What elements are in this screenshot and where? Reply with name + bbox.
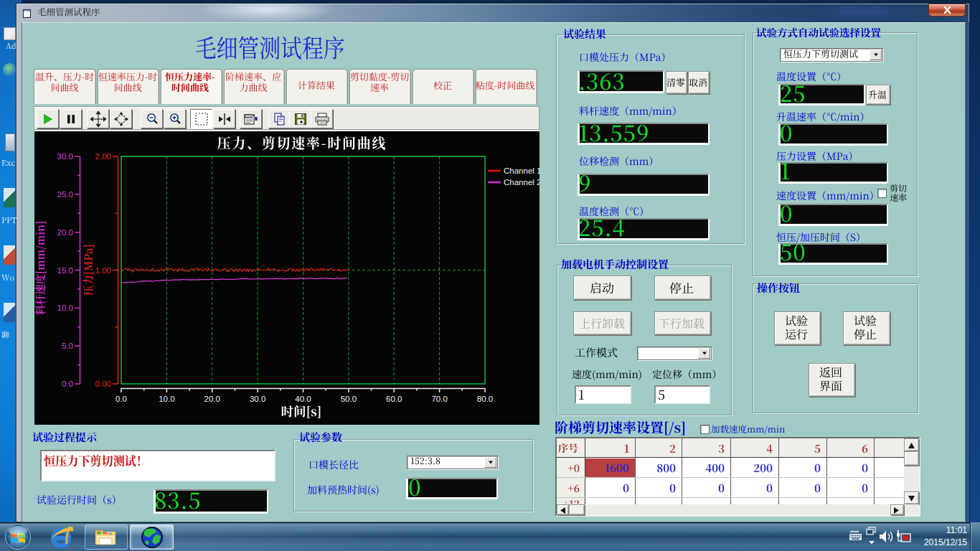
svg-text:Channel 1: Channel 1 [504, 166, 540, 175]
svg-text:20.0: 20.0 [57, 228, 73, 237]
svg-text:30.0: 30.0 [57, 152, 73, 161]
svg-text:10.0: 10.0 [159, 395, 174, 403]
svg-text:2.00: 2.00 [95, 152, 111, 161]
svg-text:60.0: 60.0 [386, 395, 402, 403]
svg-text:0.00: 0.00 [95, 380, 111, 388]
svg-text:1.00: 1.00 [95, 266, 111, 275]
svg-text:30.0: 30.0 [250, 395, 265, 403]
svg-text:0.0: 0.0 [116, 395, 127, 403]
svg-text:10.0: 10.0 [57, 303, 73, 312]
svg-text:40.0: 40.0 [295, 395, 311, 403]
svg-text:15.0: 15.0 [57, 266, 73, 275]
svg-text:70.0: 70.0 [431, 395, 447, 403]
svg-text:50.0: 50.0 [341, 395, 357, 403]
svg-text:20.0: 20.0 [204, 395, 220, 403]
svg-text:5.0: 5.0 [62, 342, 73, 350]
svg-text:80.0: 80.0 [477, 395, 493, 403]
svg-text:0.0: 0.0 [62, 380, 73, 388]
svg-text:Channel 2: Channel 2 [504, 178, 540, 187]
svg-text:25.0: 25.0 [57, 190, 73, 199]
